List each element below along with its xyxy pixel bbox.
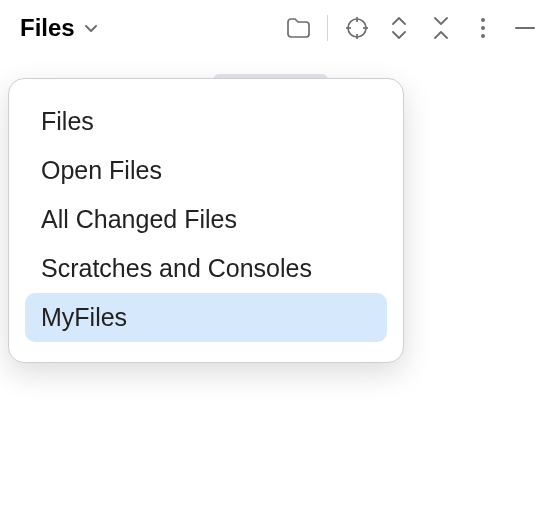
dropdown-item-myfiles[interactable]: MyFiles xyxy=(25,293,387,342)
view-switcher-dropdown: Files Open Files All Changed Files Scrat… xyxy=(8,78,404,363)
view-switcher[interactable]: Files xyxy=(20,14,99,42)
dropdown-item-open-files[interactable]: Open Files xyxy=(25,146,387,195)
dropdown-item-all-changed-files[interactable]: All Changed Files xyxy=(25,195,387,244)
dropdown-item-scratches-and-consoles[interactable]: Scratches and Consoles xyxy=(25,244,387,293)
expand-icon xyxy=(390,17,408,39)
select-opened-file-button[interactable] xyxy=(340,11,374,45)
chevron-down-icon xyxy=(83,20,99,36)
new-folder-button[interactable] xyxy=(281,11,315,45)
folder-icon xyxy=(286,18,310,38)
toolbar-divider xyxy=(327,15,328,41)
svg-point-7 xyxy=(481,34,485,38)
kebab-icon xyxy=(480,17,486,39)
svg-point-5 xyxy=(481,18,485,22)
collapse-icon xyxy=(432,17,450,39)
view-switcher-label: Files xyxy=(20,14,75,42)
more-options-button[interactable] xyxy=(466,11,500,45)
crosshair-icon xyxy=(346,17,368,39)
minimize-icon xyxy=(514,26,536,30)
svg-point-6 xyxy=(481,26,485,30)
expand-all-button[interactable] xyxy=(382,11,416,45)
dropdown-item-files[interactable]: Files xyxy=(25,97,387,146)
toolbar: Files xyxy=(0,0,556,56)
hide-panel-button[interactable] xyxy=(508,11,542,45)
collapse-all-button[interactable] xyxy=(424,11,458,45)
